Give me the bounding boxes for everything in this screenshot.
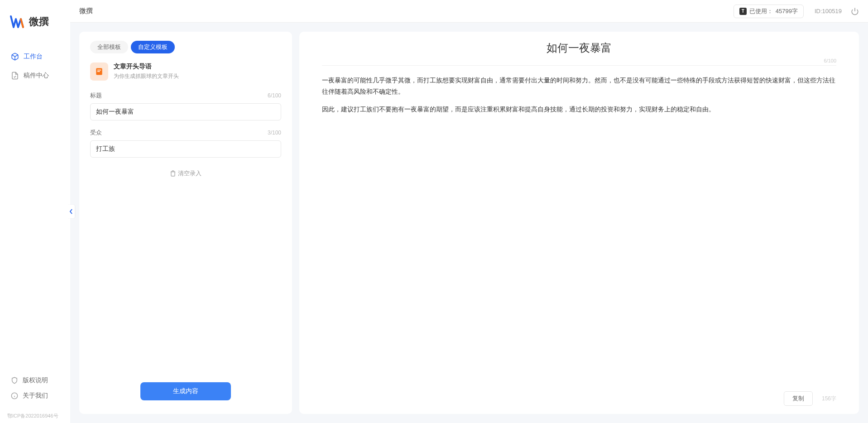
output-footer: 复制 156字	[784, 391, 836, 406]
nav-label: 工作台	[24, 53, 43, 61]
title-count: 6/100	[824, 58, 836, 63]
topbar: 微撰 T 已使用： 45799字 ID:100519	[70, 0, 868, 23]
chevron-left-icon	[69, 209, 73, 214]
tabs: 全部模板 自定义模板	[90, 41, 281, 53]
logo-icon	[9, 14, 25, 30]
main: 微撰 T 已使用： 45799字 ID:100519 全部模板 自定义模板	[70, 0, 868, 423]
svg-rect-6	[97, 71, 100, 72]
footer-about[interactable]: 关于我们	[5, 388, 65, 404]
form-group-audience: 受众 3/100	[90, 129, 281, 158]
nav-label: 稿件中心	[24, 72, 49, 80]
app-name: 微撰	[79, 7, 93, 15]
nav-workspace[interactable]: 工作台	[5, 48, 65, 65]
template-title: 文章开头导语	[114, 62, 179, 71]
collapse-handle[interactable]	[67, 205, 75, 218]
document-icon	[11, 72, 19, 80]
nav: 工作台 稿件中心	[0, 48, 70, 367]
audience-input[interactable]	[90, 140, 281, 158]
logo-text: 微撰	[29, 15, 49, 29]
tab-custom-templates[interactable]: 自定义模板	[131, 41, 175, 53]
footer-copyright[interactable]: 版权说明	[5, 373, 65, 388]
tab-all-templates[interactable]: 全部模板	[90, 41, 128, 53]
logo: 微撰	[0, 0, 70, 48]
article-body: 一夜暴富的可能性几乎微乎其微，而打工族想要实现财富自由，通常需要付出大量的时间和…	[322, 75, 836, 122]
form-group-title: 标题 6/100	[90, 91, 281, 120]
article-paragraph: 因此，建议打工族们不要抱有一夜暴富的期望，而是应该注重积累财富和提高自身技能，通…	[322, 104, 836, 115]
shield-icon	[11, 377, 18, 384]
content: 全部模板 自定义模板 文章开头导语 为你生成抓眼球的文章开头 标题 6/10	[70, 23, 868, 423]
user-id: ID:100519	[815, 8, 842, 14]
icp-text: 鄂ICP备2022016946号	[0, 409, 70, 423]
clear-button[interactable]: 清空录入	[90, 166, 281, 181]
usage-badge[interactable]: T 已使用： 45799字	[734, 5, 804, 18]
audience-char-count: 3/100	[268, 130, 281, 136]
output-panel: 如何一夜暴富 6/100 一夜暴富的可能性几乎微乎其微，而打工族想要实现财富自由…	[299, 32, 859, 414]
file-icon	[95, 67, 104, 76]
power-button[interactable]	[851, 7, 859, 15]
template-desc: 为你生成抓眼球的文章开头	[114, 72, 179, 80]
footer-label: 版权说明	[23, 376, 48, 385]
input-panel: 全部模板 自定义模板 文章开头导语 为你生成抓眼球的文章开头 标题 6/10	[79, 32, 292, 414]
sidebar: 微撰 工作台 稿件中心 版权说明	[0, 0, 70, 423]
text-icon: T	[739, 8, 747, 15]
copy-button[interactable]: 复制	[784, 391, 813, 406]
nav-drafts[interactable]: 稿件中心	[5, 67, 65, 84]
footer-label: 关于我们	[23, 392, 48, 400]
generate-button[interactable]: 生成内容	[140, 382, 231, 400]
clear-label: 清空录入	[178, 169, 201, 178]
article-paragraph: 一夜暴富的可能性几乎微乎其微，而打工族想要实现财富自由，通常需要付出大量的时间和…	[322, 75, 836, 97]
template-card: 文章开头导语 为你生成抓眼球的文章开头	[90, 62, 281, 81]
power-icon	[851, 7, 859, 15]
cube-icon	[11, 53, 19, 61]
svg-rect-5	[97, 70, 101, 71]
title-input[interactable]	[90, 103, 281, 120]
title-label: 标题	[90, 91, 102, 100]
template-icon	[90, 62, 108, 81]
usage-value: 45799字	[776, 7, 798, 15]
trash-icon	[170, 170, 176, 177]
info-icon	[11, 392, 18, 399]
word-count: 156字	[822, 395, 836, 403]
title-char-count: 6/100	[268, 92, 281, 99]
sidebar-footer: 版权说明 关于我们	[0, 367, 70, 409]
usage-label: 已使用：	[749, 7, 773, 15]
audience-label: 受众	[90, 129, 102, 137]
article-title: 如何一夜暴富	[322, 41, 836, 55]
